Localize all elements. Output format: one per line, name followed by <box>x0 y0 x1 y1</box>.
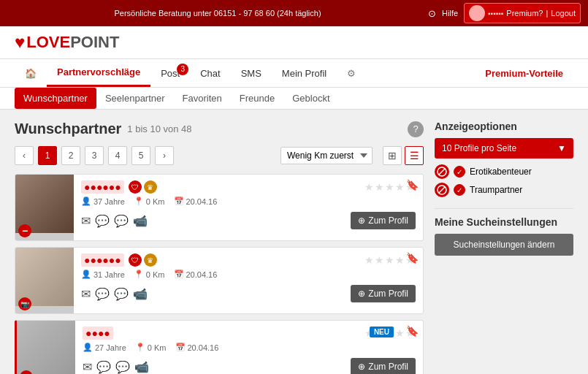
profile-info-3: ●●●● NEU ★★★★★ 👤 27 Jahre 📍 0 Km <box>75 321 423 374</box>
age-label-1: 37 Jahre <box>93 197 125 206</box>
message-icon-1[interactable]: ✉ <box>81 214 91 228</box>
nav-settings[interactable]: ⚙ <box>337 61 366 86</box>
video-icon-1[interactable]: 📹 <box>133 214 148 228</box>
nav-post[interactable]: Post 3 <box>150 61 190 86</box>
profile-details-2: 👤 31 Jahre 📍 0 Km 📅 20.04.16 <box>81 270 416 279</box>
page-title-bar: Wunschpartner 1 bis 10 von 48 ? <box>15 121 424 137</box>
chat-icon-2[interactable]: 💬 <box>95 287 110 301</box>
distance-detail-2: 📍 0 Km <box>134 270 165 279</box>
video-icon-2[interactable]: 📹 <box>133 287 148 301</box>
profile-avatar-1: − <box>15 175 74 240</box>
premium-link[interactable]: Premium? <box>506 9 543 18</box>
date-detail-1: 📅 20.04.16 <box>174 196 218 206</box>
profile-circle-icon-2: ⊕ <box>358 289 365 299</box>
zum-profil-label-3: Zum Profil <box>368 362 408 372</box>
bookmark-icon-3[interactable]: 🔖 <box>406 325 419 337</box>
sms-icon-3[interactable]: 💬 <box>115 360 130 374</box>
page-btn-1[interactable]: 1 <box>38 146 57 165</box>
partnervorschlaege-label: Partnervorschläge <box>57 66 140 77</box>
message-icon-2[interactable]: ✉ <box>81 287 91 301</box>
profile-name-2: ●●●●●● <box>81 253 124 267</box>
sub-nav-favoriten[interactable]: Favoriten <box>174 88 231 109</box>
video-icon-3[interactable]: 📹 <box>134 360 149 374</box>
bookmark-icon-1[interactable]: 🔖 <box>406 179 419 191</box>
nav-sms[interactable]: SMS <box>231 61 272 86</box>
nav-chat[interactable]: Chat <box>190 61 230 86</box>
sub-nav-seelenpartner[interactable]: Seelenpartner <box>96 88 174 109</box>
profile-details-3: 👤 27 Jahre 📍 0 Km 📅 20.04.16 <box>83 343 416 352</box>
age-detail-3: 👤 27 Jahre <box>83 343 126 352</box>
help-label: Hilfe <box>442 9 458 18</box>
list-view-btn[interactable]: ☰ <box>405 146 424 165</box>
distance-detail-3: 📍 0 Km <box>135 343 167 352</box>
profile-top-1: ●●●●●● 🛡 ♛ ★★★★★ <box>81 180 416 194</box>
profile-card-3: 📷 ●●●● NEU ★★★★★ 👤 27 Jahre <box>15 320 424 374</box>
chat-icon-1[interactable]: 💬 <box>95 214 110 228</box>
profile-badges-1: 🛡 ♛ <box>129 180 157 194</box>
profiles-per-page-label: 10 Profile pro Seite <box>442 143 516 153</box>
grid-view-btn[interactable]: ⊞ <box>383 146 402 165</box>
shield-badge-2: 🛡 <box>129 253 142 267</box>
list-controls: ‹ 1 2 3 4 5 › Wenig Km zuerst Neueste zu… <box>15 146 424 165</box>
top-bar-right: ⊙ Hilfe ▪▪▪▪▪▪ Premium? | Logout <box>428 3 581 23</box>
sucheinstellungen-btn[interactable]: Sucheinstellungen ändern <box>435 234 573 256</box>
logout-link[interactable]: Logout <box>551 9 576 18</box>
ban-icon-2 <box>437 185 447 195</box>
location-icon-3: 📍 <box>135 343 145 352</box>
user-name: ▪▪▪▪▪▪ <box>488 9 503 18</box>
chat-icon-3[interactable]: 💬 <box>96 360 111 374</box>
profile-card-2: 📷 ●●●●●● 🛡 ♛ ★★★★★ 👤 31 Jah <box>15 247 424 314</box>
view-icons: ⊞ ☰ <box>383 146 424 165</box>
page-next-btn[interactable]: › <box>155 146 174 165</box>
mein-profil-label: Mein Profil <box>282 68 327 79</box>
sidebar-divider <box>435 208 573 209</box>
page-title: Wunschpartner <box>15 121 121 137</box>
zum-profil-btn-1[interactable]: ⊕ Zum Profil <box>351 212 416 229</box>
page-btn-2[interactable]: 2 <box>61 146 80 165</box>
help-link[interactable]: Hilfe <box>442 9 458 18</box>
main-container: ♥ LOVE POINT 🏠 Partnervorschläge Post 3 … <box>0 26 588 374</box>
chat-label: Chat <box>200 68 220 79</box>
profiles-per-page-dropdown[interactable]: 10 Profile pro Seite ▼ <box>435 138 573 159</box>
sms-icon-2[interactable]: 💬 <box>114 287 129 301</box>
calendar-icon-3: 📅 <box>175 343 186 352</box>
profile-circle-icon-3: ⊕ <box>358 362 365 372</box>
crown-badge-1: ♛ <box>144 180 157 194</box>
profile-circle-icon-1: ⊕ <box>358 215 365 226</box>
profile-info-2: ●●●●●● 🛡 ♛ ★★★★★ 👤 31 Jahre � <box>74 248 423 313</box>
date-detail-2: 📅 20.04.16 <box>174 270 218 279</box>
logo: ♥ LOVE POINT <box>15 32 119 53</box>
profile-name-3: ●●●● <box>83 327 113 340</box>
nav-premium[interactable]: Premium-Vorteile <box>475 61 573 86</box>
calendar-icon-1: 📅 <box>174 196 184 206</box>
avatar-placeholder-3 <box>17 321 75 374</box>
filter-label-erotikabenteuer: Erotikabenteuer <box>470 167 532 177</box>
sms-icon-1[interactable]: 💬 <box>114 214 129 228</box>
person-icon-1: 👤 <box>81 196 91 206</box>
nav-home[interactable]: 🏠 <box>15 61 47 86</box>
profile-info-1: ●●●●●● 🛡 ♛ ★★★★★ 👤 37 Jahre � <box>74 175 423 240</box>
zum-profil-btn-3[interactable]: ⊕ Zum Profil <box>351 358 416 374</box>
location-icon-2: 📍 <box>134 270 144 279</box>
page-btn-5[interactable]: 5 <box>131 146 150 165</box>
filter-check-erotikabenteuer[interactable] <box>454 166 465 178</box>
help-circle-icon: ⊙ <box>428 8 436 19</box>
page-btn-3[interactable]: 3 <box>85 146 104 165</box>
message-icon-3[interactable]: ✉ <box>83 360 92 374</box>
bookmark-icon-2[interactable]: 🔖 <box>406 252 419 264</box>
sidebar: Anzeigeoptionen 10 Profile pro Seite ▼ E… <box>435 121 573 374</box>
sub-nav-geblockt[interactable]: Geblockt <box>283 88 338 109</box>
sort-select[interactable]: Wenig Km zuerst Neueste zuerst Aktive zu… <box>280 147 373 164</box>
nav-mein-profil[interactable]: Mein Profil <box>272 61 337 86</box>
filter-circle-2 <box>435 183 449 197</box>
filter-check-traumpartner[interactable] <box>454 184 465 196</box>
user-badge: ▪▪▪▪▪▪ Premium? | Logout <box>464 3 581 23</box>
page-prev-btn[interactable]: ‹ <box>15 146 34 165</box>
page-count: 1 bis 10 von 48 <box>127 123 191 134</box>
sub-nav-freunde[interactable]: Freunde <box>231 88 283 109</box>
zum-profil-btn-2[interactable]: ⊕ Zum Profil <box>351 285 416 302</box>
help-icon-button[interactable]: ? <box>408 121 424 137</box>
sub-nav-wunschpartner[interactable]: Wunschpartner <box>15 88 96 109</box>
page-btn-4[interactable]: 4 <box>108 146 127 165</box>
nav-partnervorschlaege[interactable]: Partnervorschläge <box>47 59 150 87</box>
